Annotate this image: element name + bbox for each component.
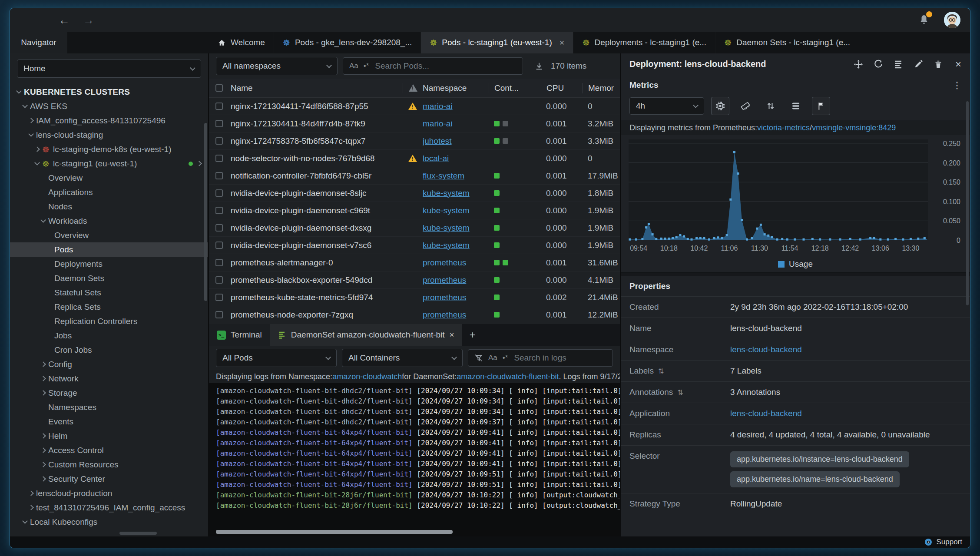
- sidebar-item-lenscloud-production[interactable]: lenscloud-production: [10, 486, 208, 500]
- table-row-nvidia-device-plugin-daemonset-v7sc6[interactable]: nvidia-device-plugin-daemonset-v7sc6kube…: [209, 237, 620, 254]
- chevron-down-icon[interactable]: [34, 160, 40, 165]
- namespace-link[interactable]: amazon-cloudwatch: [332, 372, 402, 381]
- download-icon[interactable]: [534, 61, 544, 71]
- table-row-nvidia-device-plugin-daemonset-c969t[interactable]: nvidia-device-plugin-daemonset-c969tkube…: [209, 202, 620, 219]
- sidebar-item-replica-sets[interactable]: Replica Sets: [10, 300, 208, 314]
- pods-filter-select[interactable]: All Pods: [216, 349, 337, 367]
- sidebar-item-config[interactable]: Config: [10, 357, 208, 371]
- logs-search-box[interactable]: Aa •*: [468, 349, 613, 367]
- edit-pencil-icon[interactable]: [914, 60, 923, 69]
- dock-tab-terminal[interactable]: >_ Terminal: [209, 324, 270, 346]
- namespace-link[interactable]: kube-system: [423, 189, 470, 198]
- row-checkbox[interactable]: [215, 172, 223, 179]
- table-row-nginx-1724758378-5fb6f5847c-tqpx7[interactable]: nginx-1724758378-5fb6f5847c-tqpx7juhotes…: [209, 132, 620, 150]
- match-case-icon[interactable]: Aa: [349, 62, 358, 70]
- support-link[interactable]: Support: [936, 538, 962, 546]
- namespace-link[interactable]: mario-ai: [423, 102, 453, 111]
- menu-lines-icon[interactable]: [894, 60, 903, 69]
- chevron-down-icon[interactable]: [16, 88, 22, 94]
- row-checkbox[interactable]: [215, 207, 223, 214]
- namespace-link[interactable]: prometheus: [423, 293, 466, 302]
- log-output[interactable]: [amazon-cloudwatch-fluent-bit-dhdc2/flue…: [209, 383, 620, 536]
- property-value[interactable]: lens-cloud-backend: [730, 345, 961, 354]
- dock-tab-logs[interactable]: DaemonSet amazon-cloudwatch-fluent-bit ×: [270, 324, 462, 346]
- row-checkbox[interactable]: [215, 276, 223, 284]
- new-dock-tab-button[interactable]: +: [462, 324, 483, 346]
- logs-search-input[interactable]: [513, 353, 606, 363]
- table-row-nginx-1721304411-84d4ff7d4b-87tk9[interactable]: nginx-1721304411-84d4ff7d4b-87tk9mario-a…: [209, 115, 620, 132]
- table-row-prometheus-node-exporter-7zgxq[interactable]: prometheus-node-exporter-7zgxqprometheus…: [209, 306, 620, 324]
- chevron-right-icon[interactable]: [40, 361, 46, 367]
- expand-toggle-icon[interactable]: ⇅: [658, 367, 664, 375]
- sidebar-item-kubernetes-clusters[interactable]: KUBERNETES CLUSTERS: [10, 85, 208, 99]
- row-checkbox[interactable]: [215, 294, 223, 301]
- namespace-link[interactable]: juhotest: [423, 136, 452, 146]
- chevron-down-icon[interactable]: [22, 518, 28, 524]
- move-icon[interactable]: [854, 60, 863, 69]
- chevron-down-icon[interactable]: [40, 217, 46, 223]
- sidebar-item-events[interactable]: Events: [10, 414, 208, 429]
- prometheus-namespace-link[interactable]: victoria-metrics: [757, 123, 810, 132]
- table-row-node-selector-with-no-nodes-767b9d68[interactable]: node-selector-with-no-nodes-767b9d68loca…: [209, 150, 620, 167]
- sidebar-item-storage[interactable]: Storage: [10, 386, 208, 400]
- chevron-right-icon[interactable]: [40, 462, 46, 467]
- table-row-notification-controller-7bfbfd6479-cbl5r[interactable]: notification-controller-7bfbfd6479-cbl5r…: [209, 167, 620, 185]
- sidebar-item-aws-eks[interactable]: AWS EKS: [10, 99, 208, 113]
- sidebar-item-security-center[interactable]: Security Center: [10, 472, 208, 486]
- cpu-metric-button[interactable]: [711, 97, 729, 115]
- sidebar-item-stateful-sets[interactable]: Stateful Sets: [10, 285, 208, 300]
- row-checkbox[interactable]: [215, 189, 223, 197]
- chevron-right-icon[interactable]: [40, 447, 46, 453]
- sidebar-vertical-scrollbar[interactable]: [204, 123, 207, 301]
- sidebar-item-deployments[interactable]: Deployments: [10, 257, 208, 271]
- sidebar-item-lc-staging-demo-k8s-eu-west-1[interactable]: ☸lc-staging-demo-k8s (eu-west-1): [10, 142, 208, 156]
- row-checkbox[interactable]: [215, 242, 223, 249]
- chevron-right-icon[interactable]: [40, 433, 46, 439]
- detail-vertical-scrollbar[interactable]: [966, 101, 969, 305]
- daemonset-link[interactable]: amazon-cloudwatch-fluent-bit: [457, 372, 559, 381]
- sidebar-item-cron-jobs[interactable]: Cron Jobs: [10, 343, 208, 357]
- select-all-checkbox[interactable]: [215, 84, 223, 92]
- sidebar-item-namespaces[interactable]: Namespaces: [10, 400, 208, 414]
- tab-pods-gke-lens-dev-298208[interactable]: ☸Pods - gke_lens-dev-298208_...: [274, 32, 421, 53]
- logs-horizontal-scrollbar[interactable]: [216, 530, 453, 534]
- sidebar-item-pods[interactable]: Pods: [10, 242, 208, 257]
- memory-metric-button[interactable]: [736, 97, 755, 115]
- sidebar-item-applications[interactable]: Applications: [10, 185, 208, 199]
- sidebar-item-test-841310725496-iam-config-access[interactable]: test_841310725496_IAM_config_access: [10, 500, 208, 515]
- filter-funnel-icon[interactable]: [474, 354, 483, 362]
- refresh-icon[interactable]: [874, 60, 883, 69]
- close-icon[interactable]: ×: [955, 58, 961, 70]
- prometheus-service-link[interactable]: vmsingle-vmsingle:8429: [812, 123, 896, 132]
- chevron-right-icon[interactable]: [40, 390, 46, 396]
- table-row-nvidia-device-plugin-daemonset-dxsxg[interactable]: nvidia-device-plugin-daemonset-dxsxgkube…: [209, 219, 620, 237]
- chevron-right-icon[interactable]: [196, 161, 202, 166]
- regex-icon[interactable]: •*: [364, 62, 369, 70]
- back-arrow-icon[interactable]: ←: [59, 14, 70, 26]
- sidebar-item-overview[interactable]: Overview: [10, 228, 208, 242]
- table-row-prometheus-kube-state-metrics-5fd974[interactable]: prometheus-kube-state-metrics-5fd974prom…: [209, 289, 620, 306]
- match-case-icon[interactable]: Aa: [488, 354, 497, 362]
- chevron-right-icon[interactable]: [28, 505, 34, 510]
- namespace-link[interactable]: kube-system: [423, 241, 470, 250]
- table-row-prometheus-blackbox-exporter-549dcd[interactable]: prometheus-blackbox-exporter-549dcdprome…: [209, 271, 620, 289]
- user-avatar[interactable]: [944, 12, 960, 28]
- pods-search-box[interactable]: Aa •*: [343, 57, 523, 75]
- sidebar-item-helm[interactable]: Helm: [10, 429, 208, 443]
- namespace-link[interactable]: prometheus: [423, 258, 466, 267]
- sidebar-item-access-control[interactable]: Access Control: [10, 443, 208, 457]
- catalog-select[interactable]: Home: [17, 60, 201, 78]
- chevron-right-icon[interactable]: [28, 490, 34, 496]
- namespace-select[interactable]: All namespaces: [216, 57, 338, 75]
- flag-button[interactable]: [812, 97, 830, 115]
- sidebar-item-daemon-sets[interactable]: Daemon Sets: [10, 271, 208, 285]
- sidebar-item-nodes[interactable]: Nodes: [10, 199, 208, 214]
- expand-toggle-icon[interactable]: ⇅: [677, 388, 683, 397]
- namespace-link[interactable]: kube-system: [423, 223, 470, 232]
- property-value[interactable]: lens-cloud-backend: [730, 409, 961, 418]
- trash-icon[interactable]: [934, 60, 943, 69]
- row-checkbox[interactable]: [215, 259, 223, 266]
- row-checkbox[interactable]: [215, 103, 223, 110]
- chevron-down-icon[interactable]: [22, 103, 28, 108]
- table-row-nginx-1721304411-74df86f588-87p55[interactable]: nginx-1721304411-74df86f588-87p55mario-a…: [209, 98, 620, 115]
